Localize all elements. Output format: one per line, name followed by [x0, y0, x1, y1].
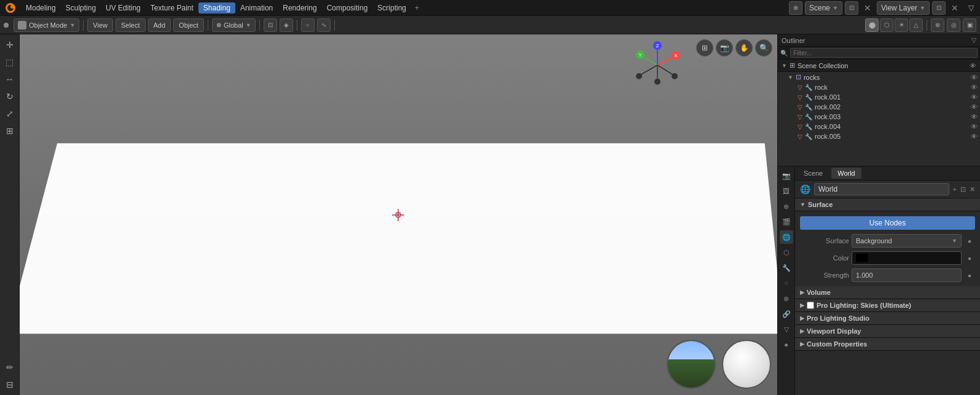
move-tool[interactable]: ↔ — [2, 71, 18, 87]
world-props-icon[interactable]: 🌐 — [780, 230, 793, 244]
rock-item[interactable]: ▽ 🔧 rock 👁 — [778, 82, 980, 92]
menu-animation[interactable]: Animation — [235, 2, 278, 14]
3d-viewport[interactable]: ) Perspective ) vegetation | rock.014 — [20, 34, 777, 395]
transform-global[interactable]: ⊕ Global ▼ — [212, 18, 256, 32]
pro-lighting-studio-header[interactable]: ▶ Pro Lighting Studio — [795, 312, 980, 325]
view-menu[interactable]: View — [87, 18, 113, 32]
menu-shading[interactable]: Shading — [198, 2, 235, 14]
physics-props-icon[interactable]: ⊗ — [780, 292, 793, 305]
viewport-btn-zoom[interactable]: 🔍 — [755, 39, 772, 57]
viewport-display-header[interactable]: ▶ Viewport Display — [795, 325, 980, 338]
constraints-props-icon[interactable]: 🔗 — [780, 307, 793, 321]
tab-scene[interactable]: Scene — [798, 168, 829, 179]
modifier-props-icon[interactable]: 🔧 — [780, 261, 793, 275]
falloff-icon[interactable]: ∿ — [317, 18, 331, 32]
snap-icon[interactable]: ⊡ — [264, 18, 277, 32]
scale-tool[interactable]: ⤢ — [2, 106, 18, 122]
viewport-btn-hand[interactable]: ✋ — [735, 39, 753, 57]
cursor-tool[interactable]: ✛ — [2, 37, 18, 53]
output-props-icon[interactable]: 🖼 — [780, 184, 793, 198]
rock003-eye[interactable]: 👁 — [971, 113, 978, 120]
world-name-input[interactable] — [814, 183, 949, 195]
world-save-icon[interactable]: ⊡ — [960, 186, 966, 194]
scene-label[interactable]: Scene ▼ — [805, 1, 842, 15]
scene-collection-header[interactable]: ▼ ⊞ Scene Collection 👁 — [778, 60, 980, 72]
outliner-search-input[interactable] — [790, 48, 978, 58]
viewport-shading-material[interactable]: ⬡ — [880, 18, 893, 32]
menu-texture-paint[interactable]: Texture Paint — [146, 2, 198, 14]
menu-rendering[interactable]: Rendering — [278, 2, 321, 14]
pro-lighting-skies-header[interactable]: ▶ Pro Lighting: Skies (Ultimate) — [795, 299, 980, 312]
rock-eye[interactable]: 👁 — [971, 84, 978, 91]
rotate-tool[interactable]: ↻ — [2, 88, 18, 104]
viewport-shading-wireframe[interactable]: △ — [909, 18, 923, 32]
view-layer-label[interactable]: View Layer ▼ — [877, 1, 930, 15]
add-menu[interactable]: Add — [148, 18, 171, 32]
viewport-shading-rendered[interactable]: ☀ — [895, 18, 908, 32]
collection-eye-icon[interactable]: 👁 — [970, 62, 976, 69]
strength-prop-value[interactable]: 1.000 — [852, 268, 962, 282]
render-engine-icon[interactable]: ⊕ — [789, 1, 802, 15]
rocks-collection-item[interactable]: ▼ ⊡ rocks 👁 — [778, 72, 980, 82]
surface-prop-value[interactable]: Background ▼ — [852, 234, 962, 248]
rock002-eye[interactable]: 👁 — [971, 103, 978, 111]
viewport-btn-camera[interactable]: 📷 — [716, 39, 733, 57]
menu-uv-editing[interactable]: UV Editing — [101, 2, 146, 14]
pivot-icon[interactable]: ◈ — [280, 18, 293, 32]
world-new-icon[interactable]: + — [953, 186, 957, 193]
surface-section-header[interactable]: ▼ Surface — [795, 198, 980, 211]
view-layer-props-icon[interactable]: ⊕ — [780, 200, 793, 213]
window-icon2[interactable]: ⊡ — [932, 1, 946, 15]
strength-dot-btn[interactable]: ● — [964, 270, 975, 281]
rock004-item[interactable]: ▽ 🔧 rock.004 👁 — [778, 122, 980, 131]
tab-world[interactable]: World — [831, 168, 861, 179]
rock001-eye[interactable]: 👁 — [971, 93, 978, 101]
color-dot-btn[interactable]: ● — [964, 252, 975, 264]
custom-properties-header[interactable]: ▶ Custom Properties — [795, 338, 980, 351]
material-props-icon[interactable]: ● — [780, 338, 793, 351]
rock003-item[interactable]: ▽ 🔧 rock.003 👁 — [778, 112, 980, 122]
world-close-icon[interactable]: ✕ — [970, 186, 975, 194]
color-prop-value[interactable] — [852, 251, 962, 265]
menu-sculpting[interactable]: Sculpting — [61, 2, 101, 14]
filter-icon[interactable]: ▽ — [964, 1, 978, 15]
close-icon[interactable]: ✕ — [861, 1, 874, 15]
scene-props-icon[interactable]: 🎬 — [780, 215, 793, 229]
volume-section-header[interactable]: ▶ Volume — [795, 286, 980, 299]
menu-modeling[interactable]: Modeling — [21, 2, 61, 14]
measure-tool[interactable]: ⊟ — [2, 377, 18, 393]
rock005-item[interactable]: ▽ 🔧 rock.005 👁 — [778, 131, 980, 141]
rock001-item[interactable]: ▽ 🔧 rock.001 👁 — [778, 92, 980, 102]
outliner-filter-icon[interactable]: ▽ — [971, 36, 976, 44]
overlay-toggle[interactable]: ◎ — [947, 18, 960, 32]
rock005-eye[interactable]: 👁 — [971, 133, 978, 140]
annotate-tool[interactable]: ✏ — [2, 359, 18, 375]
object-mode-dropdown[interactable]: Object Mode ▼ — [14, 18, 79, 32]
rock004-eye[interactable]: 👁 — [971, 123, 978, 130]
gizmo-toggle[interactable]: ⊕ — [931, 18, 944, 32]
particles-props-icon[interactable]: ⁘ — [780, 276, 793, 290]
select-tool[interactable]: ⬚ — [2, 54, 18, 70]
rock002-item[interactable]: ▽ 🔧 rock.002 👁 — [778, 102, 980, 112]
env-thumbnail[interactable] — [667, 340, 716, 389]
window-icon[interactable]: ⊡ — [845, 1, 858, 15]
rocks-eye[interactable]: 👁 — [971, 74, 978, 81]
data-props-icon[interactable]: ▽ — [780, 323, 793, 336]
sphere-thumbnail[interactable] — [722, 340, 771, 389]
nav-gizmo[interactable]: Z X Y — [633, 41, 682, 90]
proportional-icon[interactable]: ○ — [301, 18, 315, 32]
surface-dot-btn[interactable]: ● — [964, 235, 975, 246]
xray-toggle[interactable]: ▣ — [963, 18, 976, 32]
transform-tool[interactable]: ⊞ — [2, 123, 18, 139]
use-nodes-button[interactable]: Use Nodes — [800, 216, 975, 230]
render-props-icon[interactable]: 📷 — [780, 169, 793, 182]
menu-plus[interactable]: + — [411, 2, 423, 14]
object-props-icon[interactable]: ⬡ — [780, 246, 793, 259]
close-icon2[interactable]: ✕ — [948, 1, 962, 15]
pls-checkbox[interactable] — [807, 302, 814, 309]
object-menu[interactable]: Object — [173, 18, 204, 32]
viewport-btn-grid[interactable]: ⊞ — [696, 39, 713, 57]
select-menu[interactable]: Select — [116, 18, 146, 32]
viewport-shading-solid[interactable]: ⬤ — [865, 18, 879, 32]
menu-scripting[interactable]: Scripting — [372, 2, 411, 14]
